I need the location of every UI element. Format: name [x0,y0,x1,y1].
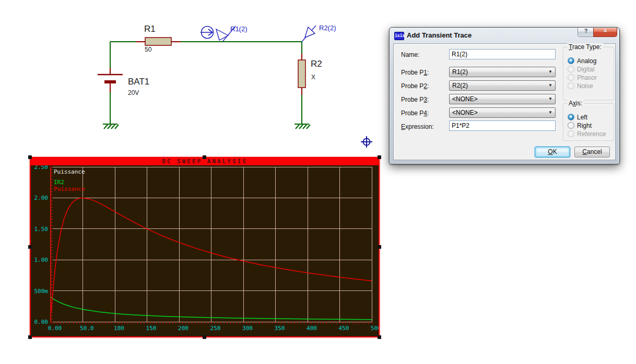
svg-text:1.00: 1.00 [34,257,49,263]
origin-marker-icon [361,136,372,148]
selection-handle[interactable] [28,245,32,249]
dc-sweep-graph[interactable]: DC SWEEP ANALYSIS 0.00500m1.001.502.002.… [29,156,381,338]
svg-text:2.50: 2.50 [34,165,49,171]
name-input[interactable]: R1(2) [449,49,556,59]
svg-text:0.00: 0.00 [34,319,49,325]
svg-text:Puissance: Puissance [54,186,85,192]
r1-value-label: 50 [145,46,151,53]
help-button[interactable]: ? [578,28,594,37]
radio-icon [568,114,574,120]
chevron-down-icon[interactable]: ▼ [548,70,552,74]
radio-icon [568,130,574,137]
chevron-down-icon[interactable]: ▼ [548,83,552,88]
svg-text:350: 350 [275,325,285,332]
svg-text:500m: 500m [34,288,49,295]
expression-input[interactable]: P1*P2 [449,120,556,131]
ground-symbol-left [103,124,119,129]
probe-p4-label: Probe P4: [401,110,429,117]
dialog-titlebar[interactable]: isis Add Transient Trace ? ✕ [390,28,619,43]
r1-ref-label: R1 [144,24,156,34]
axis-group-label: Axis: [567,100,584,107]
radio-label: Right [577,122,592,129]
radio-label: Noise [577,82,593,90]
battery-bat1-body[interactable] [98,75,123,82]
probe-p2-label: Probe P2: [401,82,429,90]
cancel-button[interactable]: Cancel [574,147,610,157]
selection-handle[interactable] [203,335,206,339]
radio-right[interactable]: Right [568,120,592,128]
ground-symbol-right [295,124,310,129]
probe-r2-label[interactable]: R2(2) [319,24,336,32]
resistor-r2-body[interactable] [298,60,305,88]
r2-ref-label: R2 [311,59,322,69]
svg-text:IR2: IR2 [54,179,64,186]
svg-text:250: 250 [210,325,221,332]
help-icon: ? [584,28,588,34]
radio-icon [568,74,574,81]
chevron-down-icon[interactable]: ▼ [548,97,552,101]
graph-title-bar[interactable]: DC SWEEP ANALYSIS [31,158,379,165]
probe-p3-label: Probe P3: [401,96,429,103]
probe-p1-combo[interactable]: R1(2) ▼ [449,67,556,77]
graph-frame: DC SWEEP ANALYSIS 0.00500m1.001.502.002.… [30,157,380,337]
trace-type-group: Trace Type: Analog Digital Phasor Noise [563,47,614,100]
selection-handle[interactable] [203,155,206,159]
selection-handle[interactable] [28,335,32,339]
radio-left[interactable]: Left [568,112,587,119]
probe-p3-value: <NONE> [452,95,478,103]
selection-handle[interactable] [28,155,32,159]
svg-text:450: 450 [339,325,349,332]
probe-p1-value: R1(2) [452,68,468,76]
radio-label: Digital [577,66,594,73]
svg-text:300: 300 [242,325,253,332]
radio-icon [568,82,574,89]
name-field-label: Name: [401,51,419,58]
expression-label: Expression: [401,123,434,130]
radio-label: Reference [577,130,606,138]
svg-text:200: 200 [178,325,189,332]
selection-handle[interactable] [378,335,381,339]
svg-text:100: 100 [114,325,124,332]
name-input-value: R1(2) [452,51,467,58]
circuit-drawing [0,0,397,156]
expression-input-value: P1*P2 [452,122,469,129]
chevron-down-icon[interactable]: ▼ [548,111,552,115]
radio-label: Left [577,114,587,121]
graph-plot-area[interactable]: 0.00500m1.001.502.002.500.0050.010015020… [31,165,379,336]
voltage-probe-r2-icon[interactable] [302,26,316,42]
selection-handle[interactable] [378,155,381,159]
probe-p3-combo[interactable]: <NONE> ▼ [449,94,556,104]
svg-text:500: 500 [371,325,379,332]
close-button[interactable]: ✕ [593,28,617,37]
selection-handle[interactable] [378,245,381,249]
probe-r1-label[interactable]: R1(2) [230,25,248,33]
radio-analog[interactable]: Analog [568,56,596,63]
dialog-title: Add Transient Trace [407,31,472,39]
dialog-body: Name: R1(2) Probe P1: R1(2) ▼ Probe P2: … [393,43,616,160]
radio-label: Analog [577,57,596,65]
schematic-canvas: R1 50 BAT1 20V R2 X R1(2) R2(2) [0,0,397,156]
bat1-ref-label: BAT1 [128,77,149,87]
probe-p2-value: R2(2) [452,82,468,89]
radio-label: Phasor [577,74,597,81]
ok-button[interactable]: OK [535,147,570,157]
svg-text:Puissance: Puissance [54,168,85,175]
radio-phasor[interactable]: Phasor [568,72,597,80]
svg-text:150: 150 [146,325,157,332]
probe-p4-value: <NONE> [452,109,478,116]
radio-reference[interactable]: Reference [568,129,606,136]
close-icon: ✕ [603,28,607,34]
radio-icon [568,66,574,72]
r2-value-label: X [311,74,315,81]
svg-text:400: 400 [307,325,317,332]
radio-noise[interactable]: Noise [568,81,593,88]
probe-p1-label: Probe P1: [401,69,429,76]
resistor-r1-body[interactable] [145,38,171,45]
radio-icon [568,57,574,64]
probe-p2-combo[interactable]: R2(2) ▼ [449,80,556,91]
axis-group: Axis: Left Right Reference [563,103,614,141]
svg-text:0.00: 0.00 [48,325,62,332]
radio-digital[interactable]: Digital [568,64,594,71]
probe-p4-combo[interactable]: <NONE> ▼ [449,107,556,118]
current-probe-icon[interactable] [201,27,214,39]
